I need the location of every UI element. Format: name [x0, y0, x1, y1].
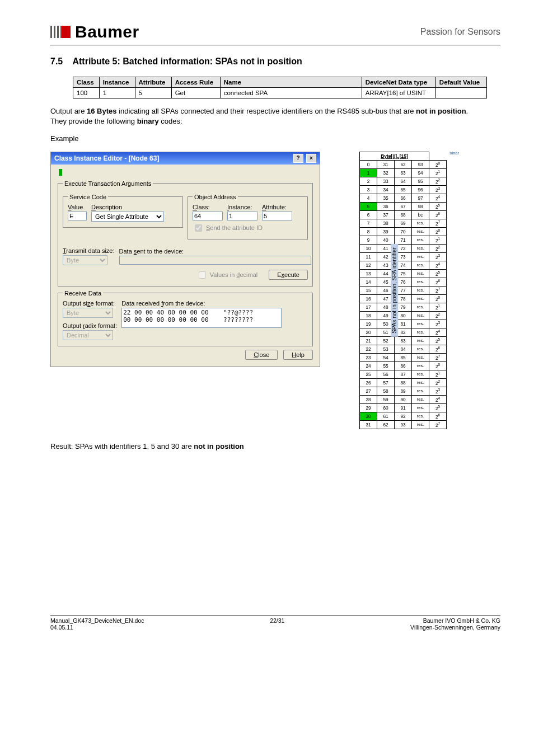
data-sent-input[interactable]	[119, 256, 311, 265]
byte-cell: 7	[360, 219, 377, 227]
object-address-fieldset: Object Address Class: Instance:	[188, 194, 308, 240]
section-title: Attribute 5: Batched information: SPAs n…	[72, 57, 302, 66]
byte-cell: 55	[377, 361, 395, 370]
output-radix-format-label: Output radix format:	[63, 322, 117, 329]
byte-table-wrap: SPAs not in position, SPA identifier bin…	[359, 152, 447, 429]
bit-weight-cell: 22	[429, 244, 447, 252]
byte-cell: 87	[395, 370, 412, 378]
byte-cell: 39	[377, 227, 395, 236]
page-header: Baumer Passion for Sensors	[50, 22, 500, 45]
bit-weight-cell: 22	[429, 311, 447, 320]
byte-cell: res.	[412, 219, 429, 227]
output-size-format-label: Output size format:	[63, 300, 117, 307]
byte-table-header: Byte[0]..[15]	[360, 152, 429, 160]
bit-weight-cell: 23	[429, 320, 447, 328]
byte-cell: 29	[360, 403, 377, 412]
byte-cell: 40	[377, 236, 395, 244]
byte-cell: 5	[360, 202, 377, 210]
description-select[interactable]: Get Single Attribute	[91, 212, 164, 222]
class-input[interactable]	[193, 212, 223, 220]
byte-cell: res.	[412, 244, 429, 252]
bit-weight-cell: 26	[429, 345, 447, 353]
byte-cell: 27	[360, 387, 377, 395]
table-row: 100 1 5 Get connected SPA ARRAY[16] of U…	[73, 88, 487, 98]
transmit-size-select[interactable]: Byte	[63, 255, 107, 265]
bit-weight-cell: 25	[429, 269, 447, 278]
receive-legend: Receive Data	[63, 290, 103, 297]
data-received-textarea[interactable]: 22 00 00 40 00 00 00 00 "??@???? 00 00 0…	[121, 308, 282, 328]
data-sent-label: Data sent to the device:	[119, 248, 308, 255]
byte-cell: res.	[412, 286, 429, 294]
byte-cell: 71	[395, 236, 412, 244]
th-attribute: Attribute	[135, 77, 171, 88]
bit-weight-cell: 25	[429, 202, 447, 210]
execute-button[interactable]: Execute	[269, 270, 308, 280]
logo: Baumer	[50, 22, 139, 41]
cell-attribute: 5	[135, 88, 171, 98]
byte-cell: 23	[360, 353, 377, 361]
byte-cell: res.	[412, 328, 429, 336]
byte-cell: 95	[412, 177, 429, 185]
byte-cell: 30	[360, 412, 377, 420]
close-button[interactable]: Close	[245, 350, 278, 360]
byte-cell: 8	[360, 227, 377, 236]
data-received-label: Data received from the device:	[121, 300, 308, 307]
byte-cell: 98	[412, 202, 429, 210]
instance-input[interactable]	[227, 212, 257, 220]
cell-instance: 1	[99, 88, 135, 98]
th-class: Class	[73, 77, 100, 88]
byte-cell: res.	[412, 412, 429, 420]
footer-right: Baumer IVO GmbH & Co. KG Villingen-Schwe…	[410, 617, 500, 631]
byte-cell: 35	[377, 194, 395, 202]
output-radix-format-select[interactable]: Decimal	[63, 330, 113, 340]
byte-cell: res.	[412, 294, 429, 303]
byte-cell: res.	[412, 320, 429, 328]
help-button[interactable]: Help	[283, 350, 313, 360]
byte-cell: 62	[377, 420, 395, 429]
output-size-format-select[interactable]: Byte	[63, 308, 113, 318]
th-access: Access Rule	[171, 77, 220, 88]
send-attr-id-checkbox[interactable]: Send the attribute ID	[193, 223, 303, 233]
page-footer: Manual_GK473_DeviceNet_EN.doc 04.05.11 2…	[50, 616, 500, 631]
byte-cell: res.	[412, 227, 429, 236]
byte-cell: 54	[377, 353, 395, 361]
byte-cell: 33	[377, 177, 395, 185]
description-label: Description	[91, 204, 164, 210]
bit-weight-cell: 24	[429, 261, 447, 269]
object-address-legend: Object Address	[193, 194, 238, 200]
close-icon[interactable]: ×	[306, 154, 316, 163]
value-input[interactable]	[68, 212, 87, 220]
bit-weight-cell: 23	[429, 387, 447, 395]
bit-weight-cell: 23	[429, 185, 447, 194]
bit-weight-cell: 26	[429, 278, 447, 286]
section-heading: 7.5 Attribute 5: Batched information: SP…	[50, 57, 500, 67]
byte-cell: 22	[360, 345, 377, 353]
byte-cell: 16	[360, 294, 377, 303]
byte-cell: 0	[360, 160, 377, 168]
values-in-decimal-checkbox[interactable]: Values in decimal	[196, 270, 257, 280]
bit-weight-cell: 24	[429, 395, 447, 403]
send-attr-id-label: Send the attribute ID	[206, 224, 263, 231]
values-in-decimal-input[interactable]	[199, 271, 206, 279]
byte-cell: 85	[395, 353, 412, 361]
example-label: Example	[50, 134, 500, 144]
byte-cell: 34	[377, 185, 395, 194]
attribute-input[interactable]	[262, 212, 292, 220]
byte-cell: 70	[395, 227, 412, 236]
byte-cell: 6	[360, 210, 377, 219]
bit-weight-cell: 24	[429, 328, 447, 336]
byte-cell: 4	[360, 194, 377, 202]
dialog-title: Class Instance Editor - [Node 63]	[54, 154, 159, 162]
bit-weight-cell: 21	[429, 236, 447, 244]
bit-weight-cell: 26	[429, 412, 447, 420]
byte-cell: res.	[412, 361, 429, 370]
send-attr-id-input[interactable]	[195, 224, 202, 232]
byte-cell: 63	[395, 168, 412, 177]
bit-weight-cell: 20	[429, 294, 447, 303]
byte-cell: res.	[412, 387, 429, 395]
bit-weight-cell: 23	[429, 252, 447, 261]
help-icon[interactable]: ?	[293, 154, 303, 163]
byte-cell: res.	[412, 311, 429, 320]
byte-cell: res.	[412, 303, 429, 311]
byte-cell: 88	[395, 378, 412, 387]
